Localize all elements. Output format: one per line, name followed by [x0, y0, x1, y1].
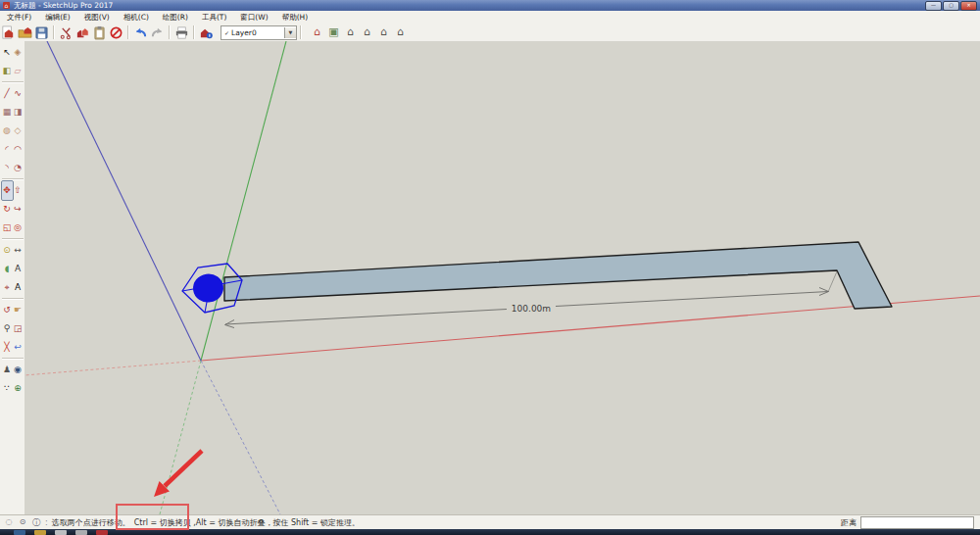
eraser-tool[interactable]: ▱: [13, 62, 24, 80]
view-right-button[interactable]: ⌂: [359, 24, 375, 40]
follow-me-tool[interactable]: ↪: [13, 200, 24, 219]
orbit-tool[interactable]: ↺: [2, 301, 13, 319]
scale-tool[interactable]: ◱: [2, 219, 13, 237]
make-component-tool[interactable]: ◈: [13, 43, 24, 62]
rectangle-tool[interactable]: ▦: [2, 103, 13, 122]
credits-icon[interactable]: ⓘ: [31, 517, 41, 528]
push-pull-tool[interactable]: ⇧: [13, 181, 24, 200]
taskbar-app-2[interactable]: [34, 530, 46, 535]
zoom-tool[interactable]: ⚲: [2, 319, 13, 338]
view-front-button[interactable]: ⌂: [342, 24, 359, 40]
close-button[interactable]: ✕: [960, 1, 977, 11]
sketchup-app-icon: ⌂: [3, 2, 10, 9]
look-around-tool[interactable]: ◉: [13, 361, 24, 379]
cut-button[interactable]: [58, 24, 74, 40]
view-back-button[interactable]: ⌂: [375, 24, 392, 40]
polygon-tool[interactable]: ◇: [13, 122, 24, 140]
menu-view[interactable]: 视图(V): [77, 11, 117, 24]
taskbar-app-3[interactable]: [55, 530, 67, 535]
axes-tool[interactable]: ⌖: [2, 278, 13, 297]
taskbar-app-4[interactable]: [75, 530, 87, 535]
paint-bucket-tool[interactable]: ◧: [2, 62, 13, 80]
new-button[interactable]: [0, 24, 17, 40]
protractor-tool[interactable]: ◖: [2, 260, 13, 278]
views-toolbar: ⌂▣⌂⌂⌂⌂: [309, 24, 409, 40]
tool-group-divider: [2, 238, 24, 240]
zoom-extents-tool[interactable]: ╳: [2, 338, 13, 357]
three-point-arc-tool[interactable]: ◝: [2, 159, 13, 177]
drawing-canvas[interactable]: 100.00m: [24, 41, 980, 514]
redo-button[interactable]: [149, 24, 166, 40]
status-hint-ctrl: Ctrl = 切换拷贝 ,: [134, 517, 196, 528]
toolbar-separator: [53, 25, 55, 39]
tape-measure-tool[interactable]: ⊙: [2, 241, 13, 260]
walk-tool[interactable]: ∵: [2, 379, 13, 398]
menu-help[interactable]: 帮助(H): [275, 11, 316, 24]
model-info-button[interactable]: [198, 24, 215, 40]
red-axis-dotted: [24, 361, 201, 375]
dimension-extension-line: [828, 271, 837, 292]
selected-component[interactable]: [191, 271, 225, 304]
tool-group-divider: [2, 358, 24, 360]
zoom-window-tool[interactable]: ◲: [13, 319, 24, 338]
model-view[interactable]: 100.00m: [24, 41, 980, 514]
taskbar-app-5[interactable]: [96, 530, 108, 535]
arc-tool[interactable]: ◜: [2, 140, 13, 159]
line-tool[interactable]: ╱: [2, 84, 13, 103]
three-d-text-tool[interactable]: A: [13, 278, 24, 297]
toolbar-separator: [169, 25, 171, 39]
menu-edit[interactable]: 编辑(E): [38, 11, 77, 24]
previous-view-tool[interactable]: ↩: [13, 338, 24, 357]
menu-camera[interactable]: 相机(C): [117, 11, 156, 24]
menu-draw[interactable]: 绘图(R): [156, 11, 195, 24]
model-face[interactable]: [224, 242, 892, 309]
dimension-line-right[interactable]: [556, 292, 828, 307]
freehand-tool[interactable]: ∿: [13, 84, 24, 103]
text-tool[interactable]: A: [13, 260, 24, 278]
green-axis: [201, 41, 286, 361]
dimension-line-left[interactable]: [225, 310, 507, 325]
move-tool[interactable]: ✥: [2, 181, 13, 200]
combo-dropdown-icon[interactable]: ▼: [284, 27, 296, 38]
rotate-tool[interactable]: ↻: [2, 200, 13, 219]
menu-window[interactable]: 窗口(W): [233, 11, 274, 24]
menu-bar: 文件(F)编辑(E)视图(V)相机(C)绘图(R)工具(T)窗口(W)帮助(H): [0, 11, 980, 24]
status-edge-icon[interactable]: ◌: [4, 517, 14, 528]
dimension-tool[interactable]: ↔: [13, 241, 24, 260]
print-button[interactable]: [173, 24, 190, 40]
main-toolbar: ✓ Layer0 ▼ ⌂▣⌂⌂⌂⌂: [0, 24, 980, 42]
pan-tool[interactable]: ☛: [13, 301, 24, 319]
pie-tool[interactable]: ◔: [13, 159, 24, 177]
circle-tool[interactable]: ◍: [2, 122, 13, 140]
select-tool[interactable]: ↖: [2, 43, 13, 62]
two-point-arc-tool[interactable]: ◠: [13, 140, 24, 159]
dimension-label[interactable]: 100.00m: [512, 304, 551, 314]
menu-file[interactable]: 文件(F): [0, 11, 38, 24]
measurement-label: 距离: [841, 517, 857, 528]
taskbar-app-1[interactable]: [14, 530, 25, 535]
status-bar: ◌⊙ⓘ : 选取两个点进行移动。 Ctrl = 切换拷贝 , Alt = 切换自…: [0, 514, 980, 530]
large-tool-set: ↖◈◧▱╱∿▦◨◍◇◜◠◝◔✥⇧↻↪◱◎⊙↔◖A⌖A↺☛⚲◲╳↩♟◉∵⊕: [0, 41, 25, 514]
save-button[interactable]: [33, 24, 50, 40]
paste-button[interactable]: [91, 24, 108, 40]
status-hint-action: 选取两个点进行移动。: [52, 517, 130, 528]
sketchup-window: ⌂ 无标题 - SketchUp Pro 2017 — ▢ ✕ 文件(F)编辑(…: [0, 0, 980, 535]
tool-group-divider: [2, 178, 24, 180]
undo-button[interactable]: [132, 24, 149, 40]
section-plane-tool[interactable]: ⊕: [13, 379, 24, 398]
copy-button[interactable]: [74, 24, 91, 40]
open-button[interactable]: [17, 24, 33, 40]
offset-tool[interactable]: ◎: [13, 219, 24, 237]
measurement-input[interactable]: [860, 516, 974, 529]
erase-button[interactable]: [108, 24, 124, 40]
view-top-button[interactable]: ▣: [325, 24, 342, 40]
minimize-button[interactable]: —: [925, 1, 942, 11]
position-camera-tool[interactable]: ♟: [2, 361, 13, 379]
geolocation-icon[interactable]: ⊙: [18, 517, 27, 528]
maximize-button[interactable]: ▢: [943, 1, 959, 11]
layer-combobox[interactable]: ✓ Layer0 ▼: [220, 25, 297, 40]
menu-tools[interactable]: 工具(T): [195, 11, 233, 24]
view-iso-button[interactable]: ⌂: [309, 24, 325, 40]
rotated-rectangle-tool[interactable]: ◨: [13, 103, 24, 122]
view-left-button[interactable]: ⌂: [392, 24, 409, 40]
